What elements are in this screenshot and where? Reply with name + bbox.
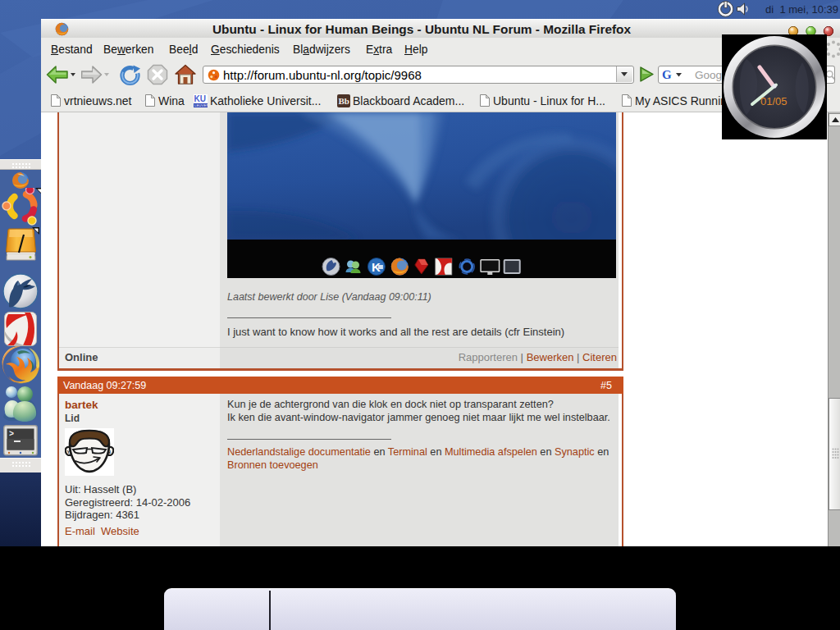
svg-text:LEUVEN: LEUVEN [194, 103, 208, 107]
svg-text:01/05: 01/05 [760, 95, 788, 107]
svg-text:KU: KU [194, 94, 206, 103]
svg-text:G: G [662, 68, 672, 81]
svg-text:Bb: Bb [339, 96, 349, 106]
svg-text:>: > [9, 430, 14, 439]
